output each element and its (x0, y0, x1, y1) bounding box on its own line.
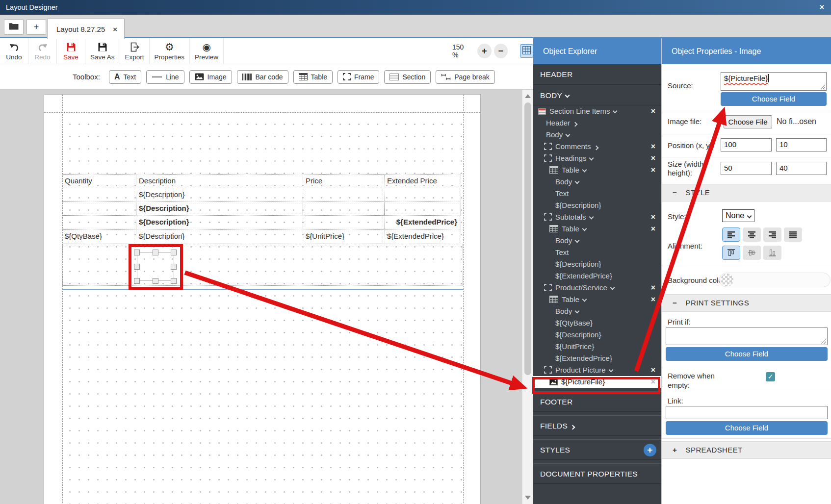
explorer-section-styles[interactable]: STYLES+ (533, 439, 661, 460)
source-input[interactable]: ${PictureFile} (721, 72, 827, 91)
choose-file-button[interactable]: Choose File (724, 115, 772, 128)
table-header-cell[interactable]: Quantity (62, 174, 136, 188)
print-settings-section-header[interactable]: − PRINT SETTINGS (662, 294, 831, 312)
table-header-cell[interactable]: Price (303, 174, 385, 188)
properties-button[interactable]: ⚙ Properties (150, 38, 190, 64)
remove-item-icon[interactable]: × (651, 211, 655, 223)
tree-item-body[interactable]: Body (533, 129, 661, 141)
design-canvas[interactable]: QuantityDescriptionPriceExtended Price${… (0, 90, 533, 504)
resize-grip-icon[interactable] (821, 339, 826, 344)
size-width-input[interactable]: 50 (721, 162, 772, 175)
choose-field-link-button[interactable]: Choose Field (666, 421, 828, 435)
explorer-section-header[interactable]: HEADER (533, 64, 661, 85)
align-center-button[interactable] (743, 227, 761, 242)
style-section-header[interactable]: − STYLE (662, 184, 831, 202)
explorer-section-fields[interactable]: FIELDS (533, 415, 661, 436)
remove-item-icon[interactable]: × (651, 364, 655, 376)
open-layout-button[interactable] (4, 19, 24, 35)
valign-top-button[interactable] (722, 246, 740, 260)
remove-item-icon[interactable]: × (651, 223, 655, 235)
zoom-in-button[interactable]: + (477, 44, 492, 58)
tree-item-unitprice[interactable]: ${UnitPrice} (533, 341, 661, 353)
table-image-row[interactable] (62, 244, 463, 286)
table-cell[interactable] (303, 188, 385, 202)
tree-item-product-picture[interactable]: Product Picture× (533, 364, 661, 376)
tree-item-header[interactable]: Header (533, 117, 661, 129)
explorer-section-body[interactable]: BODY (533, 85, 661, 105)
document-page[interactable]: QuantityDescriptionPriceExtended Price${… (44, 94, 481, 504)
tree-item-section-line-items[interactable]: Section Line Items× (533, 105, 661, 117)
tree-item-description[interactable]: ${Description} (533, 329, 661, 341)
grid-toggle-button[interactable] (520, 44, 533, 58)
tree-item-text[interactable]: Text (533, 188, 661, 200)
tool-barcode-button[interactable]: Bar code (237, 70, 288, 84)
selection-handle[interactable] (134, 264, 140, 270)
tree-item-headings[interactable]: Headings× (533, 152, 661, 164)
zoom-out-button[interactable]: − (494, 44, 508, 58)
tree-item-product-service[interactable]: Product/Service× (533, 282, 661, 294)
table-cell[interactable]: ${QtyBase} (62, 229, 136, 244)
tool-line-button[interactable]: Line (146, 70, 184, 84)
tree-item-qtybase[interactable]: ${QtyBase} (533, 317, 661, 329)
image-placeholder[interactable] (137, 252, 174, 281)
table-cell[interactable]: ${ExtendedPrice} (384, 215, 461, 230)
table-header-cell[interactable]: Description (136, 174, 303, 188)
explorer-section-document-properties[interactable]: DOCUMENT PROPERTIES (533, 463, 661, 484)
table-cell[interactable] (62, 188, 136, 202)
remove-item-icon[interactable]: × (651, 105, 655, 117)
tool-text-button[interactable]: A Text (109, 70, 141, 84)
table-cell[interactable]: ${Description} (136, 229, 303, 244)
remove-when-empty-checkbox[interactable]: ✓ (766, 372, 775, 381)
tree-item-body[interactable]: Body (533, 235, 661, 247)
canvas-scrollbar[interactable] (522, 90, 533, 504)
tree-item-description[interactable]: ${Description} (533, 258, 661, 270)
tree-item-table[interactable]: Table× (533, 294, 661, 305)
remove-item-icon[interactable]: × (651, 164, 655, 176)
choose-field-source-button[interactable]: Choose Field (721, 92, 827, 106)
size-height-input[interactable]: 40 (776, 162, 827, 175)
position-y-input[interactable]: 10 (776, 138, 827, 151)
link-input[interactable] (666, 406, 828, 419)
align-justify-button[interactable] (784, 227, 802, 242)
spreadsheet-section-header[interactable]: + SPREADSHEET (662, 441, 831, 459)
tool-table-button[interactable]: Table (293, 70, 333, 84)
tool-pagebreak-button[interactable]: Page break (436, 70, 495, 84)
tree-item-text[interactable]: Text (533, 247, 661, 258)
saveas-button[interactable]: Save As (85, 38, 120, 64)
tree-item-comments[interactable]: Comments× (533, 141, 661, 152)
valign-middle-button[interactable] (743, 246, 761, 260)
selection-handle[interactable] (134, 250, 140, 255)
background-color-picker[interactable] (719, 273, 831, 287)
selection-handle[interactable] (153, 250, 158, 255)
position-x-input[interactable]: 100 (721, 138, 772, 151)
new-tab-button[interactable]: + (26, 19, 46, 35)
scroll-down-icon[interactable] (525, 496, 531, 500)
align-right-button[interactable] (763, 227, 781, 242)
tree-item-table[interactable]: Table× (533, 223, 661, 235)
tree-item-description[interactable]: ${Description} (533, 200, 661, 211)
tool-frame-button[interactable]: Frame (338, 70, 379, 84)
tree-item-table[interactable]: Table× (533, 164, 661, 176)
remove-item-icon[interactable]: × (651, 141, 655, 152)
tree-item-extendedprice[interactable]: ${ExtendedPrice} (533, 270, 661, 282)
tab-close-icon[interactable]: × (113, 25, 117, 33)
scrollbar-thumb[interactable] (524, 102, 531, 375)
style-select[interactable]: None (722, 209, 754, 222)
table-cell[interactable]: ${UnitPrice} (303, 229, 385, 244)
selection-handle[interactable] (134, 278, 140, 284)
export-button[interactable]: Export (120, 38, 150, 64)
selection-handle[interactable] (171, 250, 177, 255)
save-button[interactable]: Save (57, 38, 85, 64)
table-cell[interactable] (384, 188, 461, 202)
table-cell[interactable]: ${Description} (136, 202, 303, 216)
tree-item-body[interactable]: Body (533, 176, 661, 188)
layout-table[interactable]: QuantityDescriptionPriceExtended Price${… (62, 175, 463, 286)
remove-item-icon[interactable]: × (651, 376, 655, 388)
scroll-up-icon[interactable] (525, 94, 531, 98)
table-cell[interactable] (303, 215, 385, 230)
table-cell[interactable]: ${Description} (136, 188, 303, 202)
tree-item-picturefile[interactable]: ${PictureFile}× (533, 376, 661, 388)
table-cell[interactable] (62, 215, 136, 230)
print-if-input[interactable] (666, 328, 828, 345)
choose-field-print-if-button[interactable]: Choose Field (666, 347, 828, 361)
